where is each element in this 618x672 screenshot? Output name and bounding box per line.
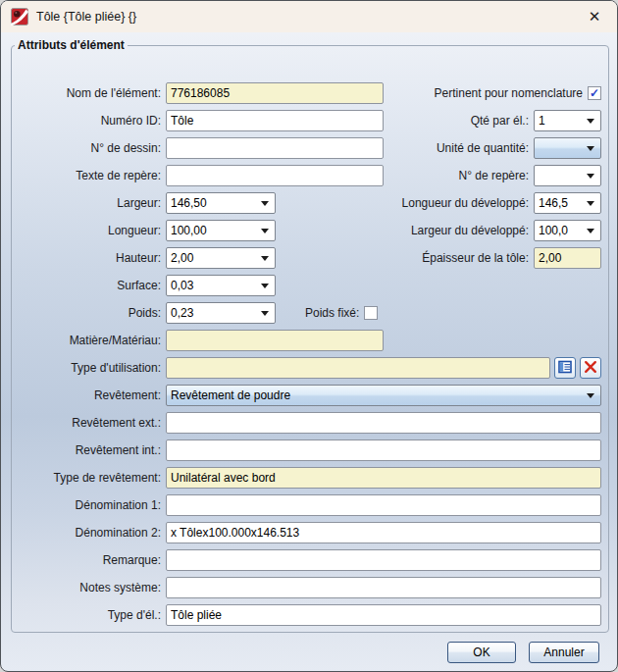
row-nom-element: Nom de l'élément: Pertinent pour nomencl… [19, 79, 601, 107]
qte-par-el-combo[interactable]: 1 [534, 110, 601, 131]
epaisseur-input[interactable] [534, 247, 601, 269]
row-remarque: Remarque: [19, 546, 601, 574]
chevron-down-icon [587, 229, 594, 233]
chevron-down-icon [587, 119, 594, 124]
type-utilisation-input[interactable] [166, 357, 550, 379]
hauteur-combo[interactable]: 2,00 [166, 247, 276, 269]
longueur-combo[interactable]: 100,00 [166, 220, 276, 241]
row-revetement-int: Revêtement int.: [19, 437, 601, 464]
row-poids: Poids: 0,23 Poids fixé: [19, 299, 601, 327]
sheet-metal-app-icon [11, 8, 28, 26]
field-label: Largeur: [19, 196, 166, 210]
denomination-1-input[interactable] [166, 494, 601, 516]
field-label: Texte de repère: [19, 169, 166, 182]
red-x-icon [584, 360, 597, 377]
poids-fixe-checkbox[interactable] [364, 306, 378, 320]
form-rows: Nom de l'élément: Pertinent pour nomencl… [19, 79, 601, 629]
row-numero-id: Numéro ID: Qté par él.: 1 [19, 107, 601, 134]
delete-button[interactable] [580, 357, 601, 379]
row-type-el: Type d'él.: [19, 601, 601, 629]
no-repere-combo[interactable] [534, 165, 601, 186]
pertinent-label: Pertinent pour nomenclature [435, 86, 588, 100]
field-label: Numéro ID: [19, 114, 166, 128]
nom-element-input[interactable] [166, 82, 384, 104]
field-label: Nom de l'élément: [19, 86, 166, 100]
chevron-down-icon [261, 284, 269, 288]
revetement-ext-input[interactable] [166, 412, 601, 434]
cancel-button[interactable]: Annuler [529, 642, 599, 663]
field-label: Largeur du développé: [411, 224, 534, 237]
row-denomination-1: Dénomination 1: [19, 491, 601, 519]
row-revetement-ext: Revêtement ext.: [19, 409, 601, 437]
type-el-input[interactable] [166, 604, 601, 626]
footer-buttons: OK Annuler [447, 642, 599, 663]
surface-combo[interactable]: 0,03 [166, 275, 276, 296]
matiere-input[interactable] [166, 330, 384, 351]
chevron-down-icon [587, 393, 594, 398]
row-no-dessin: N° de dessin: Unité de quantité: [19, 134, 601, 162]
row-denomination-2: Dénomination 2: [19, 519, 601, 546]
no-dessin-input[interactable] [166, 137, 384, 159]
field-label: Type d'él.: [19, 608, 166, 622]
revetement-int-input[interactable] [166, 439, 601, 461]
field-label: Dénomination 2: [19, 526, 166, 540]
row-texte-repere: Texte de repère: N° de repère: [19, 162, 601, 189]
close-button[interactable]: ✕ [582, 6, 607, 27]
catalog-button[interactable] [554, 357, 576, 379]
largeur-combo[interactable]: 146,50 [166, 192, 276, 214]
field-label: Revêtement int.: [19, 443, 166, 457]
field-label: Matière/Matériau: [19, 334, 166, 347]
row-revetement: Revêtement: Revêtement de poudre [19, 382, 601, 409]
field-label: Notes système: [19, 581, 166, 594]
pertinent-checkbox[interactable] [588, 86, 601, 100]
chevron-down-icon [261, 229, 269, 233]
field-label: Revêtement ext.: [19, 416, 166, 430]
attributes-group: Attributs d'élément Nom de l'élément: Pe… [11, 38, 609, 633]
row-notes-systeme: Notes système: [19, 574, 601, 601]
largeur-developpe-combo[interactable]: 100,0 [534, 220, 601, 241]
field-label: Remarque: [19, 553, 166, 567]
chevron-down-icon [261, 311, 269, 316]
denomination-2-input[interactable] [166, 522, 601, 543]
field-label: Longueur: [19, 224, 166, 237]
field-label: Unité de quantité: [437, 141, 534, 155]
catalog-table-icon [558, 360, 572, 377]
field-label: Poids: [19, 306, 166, 320]
ok-button[interactable]: OK [447, 642, 516, 663]
poids-combo[interactable]: 0,23 [166, 302, 276, 324]
field-label: Type d'utilisation: [19, 361, 166, 375]
dialog-window: Tôle {Tôle pliée} {} ✕ Attributs d'éléme… [0, 0, 618, 672]
type-revetement-input[interactable] [166, 467, 601, 489]
chevron-down-icon [587, 201, 594, 206]
group-legend: Attributs d'élément [15, 38, 128, 52]
field-label: Type de revêtement: [19, 471, 166, 485]
field-label: Épaisseur de la tôle: [422, 251, 534, 265]
poids-fixe-label: Poids fixé: [305, 306, 364, 320]
title-bar: Tôle {Tôle pliée} {} ✕ [1, 1, 617, 32]
longueur-developpe-combo[interactable]: 146,5 [534, 192, 601, 214]
field-label: Hauteur: [19, 251, 166, 265]
chevron-down-icon [261, 201, 269, 206]
field-label: Longueur du développé: [402, 196, 534, 210]
chevron-down-icon [261, 256, 269, 261]
row-type-revetement: Type de revêtement: [19, 464, 601, 491]
remarque-input[interactable] [166, 549, 601, 571]
chevron-down-icon [587, 146, 594, 151]
field-label: N° de dessin: [19, 141, 166, 155]
texte-repere-input[interactable] [166, 165, 384, 186]
row-type-utilisation: Type d'utilisation: [19, 354, 601, 382]
chevron-down-icon [587, 174, 594, 179]
field-label: Revêtement: [19, 388, 166, 402]
row-hauteur: Hauteur: 2,00 Épaisseur de la tôle: [19, 244, 601, 272]
field-label: Surface: [19, 279, 166, 292]
field-label: N° de repère: [458, 169, 534, 182]
row-surface: Surface: 0,03 [19, 272, 601, 299]
window-title: Tôle {Tôle pliée} {} [36, 10, 582, 24]
row-largeur: Largeur: 146,50 Longueur du développé: 1… [19, 189, 601, 217]
numero-id-input[interactable] [166, 110, 384, 131]
revetement-combo[interactable]: Revêtement de poudre [166, 385, 601, 406]
field-label: Qté par él.: [471, 114, 534, 128]
row-longueur: Longueur: 100,00 Largeur du développé: 1… [19, 217, 601, 244]
notes-systeme-input[interactable] [166, 577, 601, 598]
unite-quantite-combo[interactable] [534, 137, 601, 159]
